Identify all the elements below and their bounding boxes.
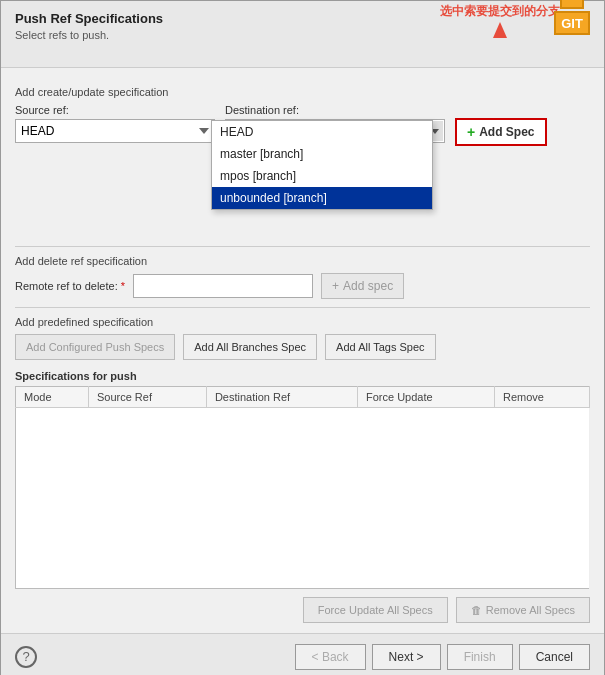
predefined-buttons: Add Configured Push Specs Add All Branch…: [15, 334, 590, 360]
specs-table-label: Specifications for push: [15, 370, 590, 382]
dropdown-item-head[interactable]: HEAD: [212, 121, 432, 143]
add-spec-label: Add Spec: [479, 125, 534, 139]
add-spec-disabled-button: + Add spec: [321, 273, 404, 299]
dialog-header: Push Ref Specifications Select refs to p…: [1, 1, 604, 68]
footer-nav-buttons: < Back Next > Finish Cancel: [295, 644, 590, 670]
add-spec-group: + Add Spec: [455, 118, 547, 146]
dropdown-item-unbounded[interactable]: unbounded [branch]: [212, 187, 432, 209]
annotation: 选中索要提交到的分支: [440, 3, 560, 38]
col-mode: Mode: [16, 387, 89, 408]
add-all-branches-btn[interactable]: Add All Branches Spec: [183, 334, 317, 360]
git-logo-connector: [560, 0, 584, 9]
source-label: Source ref:: [15, 104, 215, 116]
header-text: Push Ref Specifications Select refs to p…: [15, 11, 163, 41]
col-remove: Remove: [495, 387, 590, 408]
divider-2: [15, 307, 590, 308]
col-force-update: Force Update: [357, 387, 494, 408]
remove-all-btn: 🗑 Remove All Specs: [456, 597, 590, 623]
divider-1: [15, 246, 590, 247]
remote-ref-label: Remote ref to delete: *: [15, 280, 125, 292]
cancel-button[interactable]: Cancel: [519, 644, 590, 670]
add-spec-disabled-plus: +: [332, 279, 339, 293]
dropdown-item-mpos[interactable]: mpos [branch]: [212, 165, 432, 187]
back-button[interactable]: < Back: [295, 644, 366, 670]
dest-label: Destination ref:: [225, 104, 445, 116]
delete-row: Remote ref to delete: * + Add spec: [15, 273, 590, 299]
header-right: 选中索要提交到的分支 GIT: [470, 11, 590, 61]
help-button[interactable]: ?: [15, 646, 37, 668]
required-star: *: [121, 280, 125, 292]
dialog-footer: ? < Back Next > Finish Cancel: [1, 633, 604, 676]
create-update-label: Add create/update specification: [15, 86, 590, 98]
remove-all-label: Remove All Specs: [486, 604, 575, 616]
dropdown-item-master[interactable]: master [branch]: [212, 143, 432, 165]
add-configured-btn: Add Configured Push Specs: [15, 334, 175, 360]
force-update-label: Force Update All Specs: [318, 604, 433, 616]
source-select[interactable]: HEAD: [15, 119, 215, 143]
delete-label: Add delete ref specification: [15, 255, 590, 267]
arrow-up-icon: [493, 22, 507, 38]
dialog-content: Add create/update specification Source r…: [1, 68, 604, 633]
add-spec-disabled-label: Add spec: [343, 279, 393, 293]
predefined-label: Add predefined specification: [15, 316, 590, 328]
annotation-text: 选中索要提交到的分支: [440, 3, 560, 20]
push-ref-dialog: Push Ref Specifications Select refs to p…: [0, 0, 605, 675]
add-spec-button[interactable]: + Add Spec: [455, 118, 547, 146]
empty-table-row: [16, 408, 590, 528]
col-source-ref: Source Ref: [88, 387, 206, 408]
force-update-btn: Force Update All Specs: [303, 597, 448, 623]
dialog-subtitle: Select refs to push.: [15, 29, 163, 41]
add-all-tags-btn[interactable]: Add All Tags Spec: [325, 334, 435, 360]
plus-icon: +: [467, 124, 475, 140]
dialog-title: Push Ref Specifications: [15, 11, 163, 26]
remote-ref-input[interactable]: [133, 274, 313, 298]
dest-dropdown: HEAD master [branch] mpos [branch] unbou…: [211, 120, 433, 210]
specs-table-section: Specifications for push Mode Source Ref …: [15, 370, 590, 589]
specs-table: Mode Source Ref Destination Ref Force Up…: [15, 386, 590, 589]
next-button[interactable]: Next >: [372, 644, 441, 670]
git-logo-box: GIT: [554, 11, 590, 35]
help-icon-symbol: ?: [22, 649, 29, 664]
remove-all-icon: 🗑: [471, 604, 482, 616]
col-dest-ref: Destination Ref: [206, 387, 357, 408]
source-group: Source ref: HEAD: [15, 104, 215, 143]
finish-button[interactable]: Finish: [447, 644, 513, 670]
bottom-buttons: Force Update All Specs 🗑 Remove All Spec…: [15, 597, 590, 623]
